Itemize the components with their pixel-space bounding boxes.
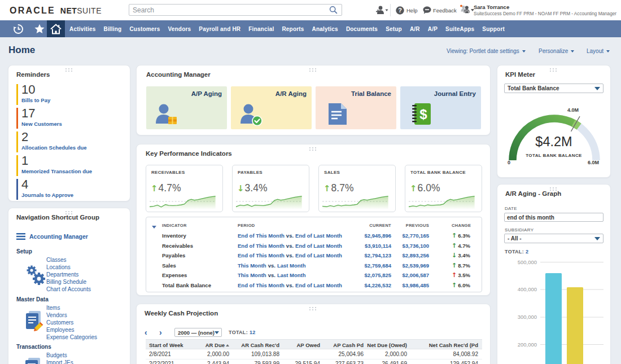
weekly-row-1[interactable]: 2/8/2021 2,000.00 109,013.88 25,004.96 2… <box>146 349 482 359</box>
reminder-label[interactable]: Journals to Approve <box>21 191 130 199</box>
next-page-button[interactable]: › <box>159 328 167 337</box>
kpi-row-receivables[interactable]: Receivables End of This Monthvs.End of L… <box>146 241 482 251</box>
bar-1[interactable] <box>545 273 562 364</box>
drag-handle-icon[interactable] <box>550 68 558 72</box>
shortcut-link-chart-of-accounts[interactable]: Chart of Accounts <box>46 286 91 293</box>
nav-item-payroll-hr[interactable]: Payroll and HR <box>195 26 244 32</box>
search-icon[interactable] <box>329 6 338 14</box>
nav-item-support[interactable]: Support <box>478 26 509 32</box>
shortcut-link-employees[interactable]: Employees <box>46 326 97 334</box>
reminder-label[interactable]: New Customers <box>21 120 130 128</box>
kpi-card-payables[interactable]: PAYABLES ↓3.4% <box>232 165 309 212</box>
col-header-previous[interactable]: PREVIOUS <box>391 223 429 228</box>
kpi-card-sales[interactable]: SALES ↑8.7% <box>318 165 396 212</box>
col-ar-cash-recd[interactable]: AR Cash Rec'd <box>229 339 279 349</box>
shortcut-link-customers[interactable]: Customers <box>46 319 97 326</box>
col-ar-due[interactable]: AR Due <box>198 339 229 349</box>
nav-item-setup[interactable]: Setup <box>382 26 406 32</box>
col-net-cash-recd[interactable]: Net Cash Rec'd (Pd <box>407 339 482 349</box>
drag-handle-icon[interactable] <box>309 307 317 310</box>
nav-item-customers[interactable]: Customers <box>125 26 164 32</box>
feedback-button[interactable]: Feedback <box>433 7 457 14</box>
col-header-change[interactable]: CHANGE <box>429 223 482 228</box>
shortcut-link-items[interactable]: Items <box>46 304 97 312</box>
help-button[interactable]: Help <box>406 7 418 14</box>
collapse-caret-icon[interactable] <box>152 226 156 229</box>
shortcut-link-classes[interactable]: Classes <box>46 256 91 264</box>
tile-ar-aging[interactable]: A/R Aging <box>231 86 312 129</box>
personalize-menu[interactable]: Personalize <box>539 48 574 54</box>
viewing-settings-menu[interactable]: Viewing: Portlet date settings <box>447 48 526 54</box>
shortcut-link-billing-schedule[interactable]: Billing Schedule <box>46 278 91 286</box>
tile-ap-aging[interactable]: A/P Aging <box>146 86 227 129</box>
shortcut-link-locations[interactable]: Locations <box>46 264 91 271</box>
kpi-meter-selector[interactable]: Total Bank Balance <box>504 84 603 93</box>
reminder-label[interactable]: Allocation Schedules due <box>21 144 130 151</box>
kpi-row-payables[interactable]: Payables End of This Monthvs.End of Last… <box>146 251 482 261</box>
kpi-row-sales[interactable]: Sales This Monthvs.Last Month $2,759,684… <box>146 261 482 271</box>
nav-item-ar[interactable]: A/R <box>406 26 424 32</box>
reminder-label[interactable]: Bills to Pay <box>21 97 130 104</box>
shortcut-accounting-manager[interactable]: Accounting Manager <box>16 233 88 240</box>
weekly-row-2[interactable]: 2/22/2021 2,443.94 79,593.99 29,515.94 2… <box>146 359 482 364</box>
reminder-new-customers[interactable]: 17 New Customers <box>16 107 130 128</box>
date-input[interactable] <box>504 213 603 222</box>
col-ap-owed[interactable]: AP Owed <box>279 339 320 349</box>
shortcut-link-budgets[interactable]: Budgets <box>46 352 73 359</box>
reminder-journals-to-approve[interactable]: 4 Journals to Approve <box>16 178 130 199</box>
kpi-card-receivables[interactable]: RECEIVABLES ↑4.7% <box>146 165 223 212</box>
col-header-current[interactable]: CURRENT <box>357 223 391 228</box>
nav-item-vendors[interactable]: Vendors <box>164 26 195 32</box>
reminder-allocation-schedules[interactable]: 2 Allocation Schedules due <box>16 130 130 151</box>
drag-handle-icon[interactable] <box>309 147 317 151</box>
nav-item-analytics[interactable]: Analytics <box>308 26 342 32</box>
tile-trial-balance[interactable]: Trial Balance <box>316 86 396 129</box>
reminder-bills-to-pay[interactable]: 10 Bills to Pay <box>16 83 130 104</box>
home-tab[interactable] <box>47 20 65 37</box>
kpi-row-total-bank-balance[interactable]: Total Bank Balance End of This Monthvs.E… <box>146 280 482 291</box>
help-icon[interactable]: ? <box>396 6 404 15</box>
range-dropdown[interactable]: 2000 — (none) <box>174 328 222 337</box>
nav-item-activities[interactable]: Activities <box>65 26 99 32</box>
shortcut-link-import-jes[interactable]: Import JEs <box>46 359 73 364</box>
shortcut-link-expense-categories[interactable]: Expense Categories <box>46 334 97 341</box>
nav-item-reports[interactable]: Reports <box>278 26 308 32</box>
create-new-icon[interactable] <box>375 5 388 16</box>
kpi-card-total-bank-balance[interactable]: TOTAL BANK BALANCE ↑6.0% <box>405 165 482 212</box>
shortcut-link-departments[interactable]: Departments <box>46 271 91 278</box>
drag-handle-icon[interactable] <box>65 68 73 72</box>
shortcuts-star-button[interactable] <box>33 20 46 37</box>
tile-journal-entry[interactable]: Journal Entry $ <box>400 86 481 129</box>
ar-total-value[interactable]: 2 <box>526 249 528 255</box>
reminder-memorized-transaction[interactable]: 1 Memorized Transaction due <box>16 154 130 175</box>
col-ap-cash-pd[interactable]: AP Cash Pd <box>320 339 364 349</box>
bar-2[interactable] <box>567 287 583 364</box>
col-header-indicator[interactable]: INDICATOR <box>162 223 238 228</box>
weekly-total-value[interactable]: 12 <box>250 330 256 335</box>
global-search[interactable] <box>129 4 342 16</box>
user-role-icon[interactable] <box>460 4 470 16</box>
kpi-row-expenses[interactable]: Expenses This Monthvs.Last Month $2,075,… <box>146 270 482 280</box>
nav-item-ap[interactable]: A/P <box>424 26 441 32</box>
col-net-due[interactable]: Net Due (Owed) <box>364 339 407 349</box>
nav-item-suiteapps[interactable]: SuiteApps <box>441 26 478 32</box>
weekly-total: TOTAL:12 <box>229 330 256 335</box>
col-header-period[interactable]: PERIOD <box>238 223 357 228</box>
recent-history-button[interactable] <box>11 20 25 37</box>
col-start-of-week[interactable]: Start of Week <box>146 339 198 349</box>
date-label: DATE <box>505 206 517 211</box>
subsidiary-selector[interactable]: - All - <box>504 234 603 243</box>
search-input[interactable] <box>129 6 329 14</box>
layout-menu[interactable]: Layout <box>587 48 610 54</box>
shortcut-link-vendors[interactable]: Vendors <box>46 312 97 319</box>
nav-item-documents[interactable]: Documents <box>342 26 382 32</box>
feedback-icon[interactable] <box>423 6 431 14</box>
drag-handle-icon[interactable] <box>309 68 317 72</box>
prev-page-button[interactable]: ‹ <box>145 328 152 337</box>
nav-item-financial[interactable]: Financial <box>244 26 278 32</box>
kpi-row-inventory[interactable]: Inventory End of This Monthvs.End of Las… <box>146 231 482 241</box>
nav-item-billing[interactable]: Billing <box>99 26 125 32</box>
date-input-field[interactable] <box>507 214 601 221</box>
reminder-label[interactable]: Memorized Transaction due <box>21 168 130 175</box>
user-name[interactable]: Sara Torrance <box>474 4 509 10</box>
